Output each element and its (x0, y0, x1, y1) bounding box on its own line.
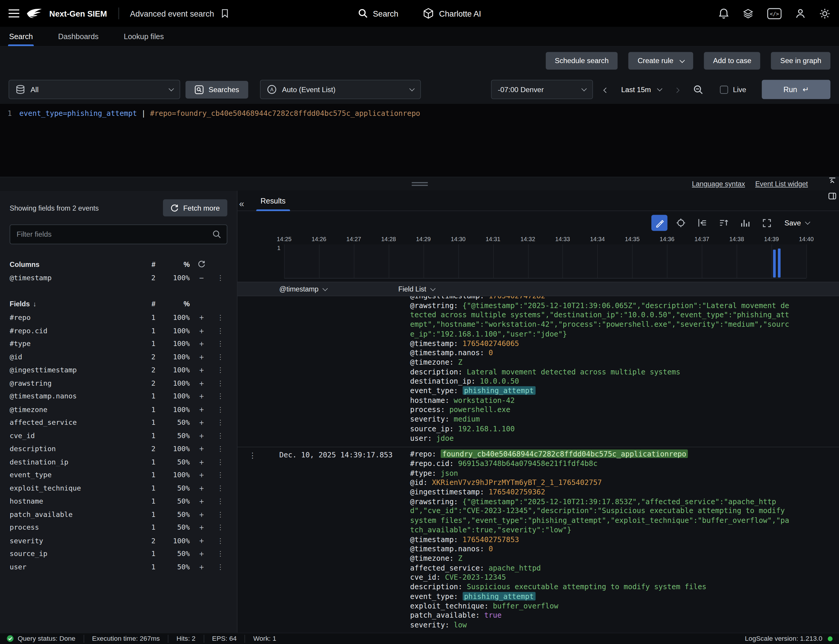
add-column-button[interactable]: + (190, 549, 213, 559)
add-column-button[interactable]: + (190, 313, 213, 322)
language-syntax-link[interactable]: Language syntax (692, 180, 745, 188)
inspect-point-button[interactable] (673, 215, 689, 231)
nav-charlotte-ai[interactable]: Charlotte AI (423, 8, 481, 19)
timeline-plot[interactable] (284, 245, 806, 279)
field-menu-button[interactable]: ⋮ (213, 484, 227, 492)
field-menu-button[interactable]: ⋮ (213, 563, 227, 571)
field-menu-button[interactable]: ⋮ (213, 471, 227, 479)
add-column-button[interactable]: + (190, 392, 213, 401)
time-range-dropdown[interactable]: Last 15m (619, 85, 664, 93)
add-column-button[interactable]: + (190, 352, 213, 361)
field-menu-button[interactable]: ⋮ (213, 458, 227, 466)
timeline-bar[interactable] (778, 248, 781, 278)
collapse-panel-icon[interactable] (828, 177, 836, 185)
tab-dashboards[interactable]: Dashboards (58, 27, 99, 46)
field-menu-button[interactable]: ⋮ (213, 405, 227, 413)
add-column-button[interactable]: + (190, 444, 213, 453)
user-profile-icon[interactable] (795, 8, 806, 19)
timeline-chart[interactable]: 1 14:2514:2614:2714:2814:2914:3014:3114:… (284, 236, 806, 279)
add-column-button[interactable]: + (190, 431, 213, 440)
add-column-button[interactable]: + (190, 339, 213, 348)
add-column-button[interactable]: + (190, 405, 213, 414)
run-button[interactable]: Run ↵ (762, 80, 831, 99)
add-column-button[interactable]: + (190, 366, 213, 375)
timeline-bar[interactable] (773, 250, 776, 277)
field-menu-button[interactable]: ⋮ (213, 366, 227, 374)
field-menu-button[interactable]: ⋮ (213, 419, 227, 427)
side-widget-icon[interactable] (828, 192, 836, 200)
notifications-bell-icon[interactable] (718, 8, 729, 19)
time-range-previous-button[interactable] (602, 82, 610, 96)
drag-handle-icon[interactable] (412, 182, 427, 186)
api-code-icon[interactable]: </> (767, 8, 782, 19)
field-menu-button[interactable]: ⋮ (213, 340, 227, 348)
gridline (806, 245, 807, 278)
save-button[interactable]: Save (785, 219, 809, 227)
see-in-graph-button[interactable]: See in graph (771, 52, 831, 70)
field-menu-button[interactable]: ⋮ (213, 445, 227, 453)
sync-columns-icon[interactable] (198, 260, 205, 268)
add-column-button[interactable]: + (190, 379, 213, 388)
add-column-button[interactable]: + (190, 457, 213, 467)
edit-columns-button[interactable] (651, 215, 668, 231)
tick-label: 14:32 (520, 236, 535, 242)
field-menu-button[interactable]: ⋮ (213, 314, 227, 321)
time-range-next-button[interactable] (673, 82, 681, 96)
layers-icon[interactable] (742, 8, 753, 19)
hamburger-menu-icon[interactable] (8, 9, 19, 18)
nav-search[interactable]: Search (358, 8, 399, 18)
sort-events-button[interactable] (716, 215, 732, 231)
query-editor[interactable]: 1 event_type=phishing_attempt | #repo=fo… (0, 104, 839, 177)
timestamp-column-header[interactable]: @timestamp (267, 285, 398, 293)
timezone-dropdown[interactable]: -07:00 Denver (491, 80, 593, 99)
repository-scope-dropdown[interactable]: All (8, 80, 180, 99)
add-column-button[interactable]: + (190, 523, 213, 532)
field-menu-button[interactable]: ⋮ (213, 523, 227, 531)
field-menu-button[interactable]: ⋮ (213, 536, 227, 544)
view-mode-dropdown[interactable]: A Auto (Event List) (260, 80, 421, 99)
event-row[interactable]: ⋮Dec. 10, 2025 14:39:17.853#repo: foundr… (237, 447, 839, 633)
add-column-button[interactable]: + (190, 497, 213, 506)
organize-fields-button[interactable] (694, 215, 710, 231)
collapse-sidebar-button[interactable]: « (239, 199, 244, 209)
field-menu-button[interactable]: ⋮ (213, 392, 227, 400)
tab-results[interactable]: Results (259, 197, 287, 210)
field-menu-button[interactable]: ⋮ (213, 274, 227, 282)
field-menu-button[interactable]: ⋮ (213, 353, 227, 361)
add-to-case-button[interactable]: Add to case (704, 52, 760, 70)
panel-splitter[interactable]: Language syntax Event List widget (0, 177, 839, 191)
add-column-button[interactable]: + (190, 483, 213, 493)
bookmark-icon[interactable] (221, 8, 229, 18)
tab-lookup-files[interactable]: Lookup files (124, 27, 164, 46)
add-column-button[interactable]: + (190, 536, 213, 545)
create-rule-button[interactable]: Create rule (628, 52, 693, 70)
histogram-toggle-button[interactable] (737, 215, 753, 231)
event-row[interactable]: @ingesttimestamp: 1765402747282@rawstrin… (237, 296, 839, 447)
field-menu-button[interactable]: ⋮ (213, 432, 227, 440)
add-column-button[interactable]: + (190, 326, 213, 335)
fieldlist-column-header[interactable]: Field List (399, 285, 839, 293)
remove-column-button[interactable]: − (190, 273, 213, 282)
field-menu-button[interactable]: ⋮ (213, 327, 227, 335)
filter-fields-input[interactable] (10, 225, 227, 245)
field-menu-button[interactable]: ⋮ (213, 550, 227, 558)
add-column-button[interactable]: + (190, 418, 213, 427)
add-column-button[interactable]: + (190, 510, 213, 519)
field-menu-button[interactable]: ⋮ (213, 510, 227, 518)
field-row: @id2100%+⋮ (10, 350, 227, 363)
field-menu-button[interactable]: ⋮ (213, 497, 227, 505)
add-column-button[interactable]: + (190, 470, 213, 480)
fullscreen-button[interactable] (759, 215, 775, 231)
field-menu-button[interactable]: ⋮ (213, 379, 227, 387)
fetch-more-button[interactable]: Fetch more (163, 199, 227, 217)
event-list-widget-link[interactable]: Event List widget (755, 180, 808, 188)
tab-search[interactable]: Search (9, 27, 33, 46)
add-column-button[interactable]: + (190, 562, 213, 572)
live-checkbox[interactable] (720, 85, 728, 93)
theme-toggle-sun-icon[interactable] (819, 8, 831, 19)
searches-button[interactable]: Searches (186, 80, 249, 99)
schedule-search-button[interactable]: Schedule search (546, 52, 618, 70)
event-menu-button[interactable]: ⋮ (249, 451, 256, 460)
zoom-out-icon[interactable] (694, 84, 704, 95)
sort-descending-icon[interactable]: ↓ (33, 300, 36, 308)
